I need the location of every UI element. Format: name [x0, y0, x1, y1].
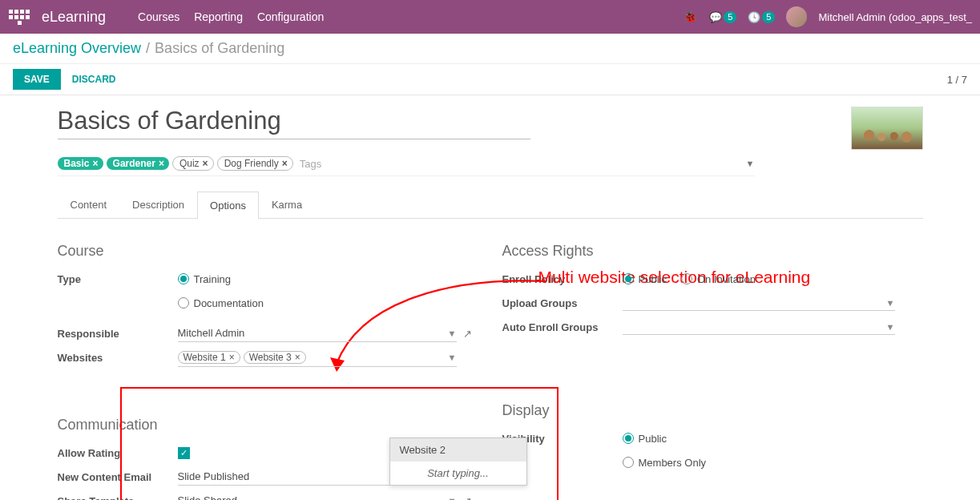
tab-content[interactable]: Content — [58, 191, 120, 218]
tag-label: Dog Friendly — [224, 158, 279, 169]
chevron-down-icon[interactable]: ▼ — [746, 159, 755, 168]
responsible-value: Mitchell Admin — [178, 327, 245, 339]
discard-button[interactable]: DISCARD — [72, 74, 116, 85]
tag-remove-icon[interactable]: × — [159, 158, 164, 169]
tag-remove-icon[interactable]: × — [295, 352, 300, 363]
label-new-content-email: New Content Email — [58, 471, 178, 483]
apps-icon[interactable] — [8, 6, 30, 28]
radio-label: On Invitation — [697, 273, 756, 285]
messages-icon[interactable]: 💬5 — [709, 11, 736, 23]
user-name[interactable]: Mitchell Admin (odoo_apps_test_ — [818, 11, 972, 23]
tag-label: Website 3 — [249, 352, 292, 363]
allow-rating-checkbox[interactable]: ✓ — [178, 447, 190, 459]
tag-dog-friendly: Dog Friendly× — [217, 156, 293, 171]
websites-input[interactable]: Website 1× Website 3× ▼ — [178, 349, 457, 367]
pager[interactable]: 1 / 7 — [947, 74, 967, 86]
page-title[interactable]: Basics of Gardening — [58, 107, 530, 139]
chevron-down-icon[interactable]: ▼ — [448, 353, 457, 362]
radio-documentation[interactable]: Documentation — [178, 297, 264, 309]
dropdown-option-website2[interactable]: Website 2 — [390, 438, 526, 462]
radio-vis-members[interactable]: Members Only — [623, 457, 707, 469]
tag-quiz: Quiz× — [172, 156, 214, 171]
label-auto-enroll-groups: Auto Enroll Groups — [502, 321, 623, 333]
new-content-email-value: Slide Published — [178, 470, 250, 482]
top-navbar: eLearning Courses Reporting Configuratio… — [0, 0, 980, 34]
tabs: Content Description Options Karma — [58, 191, 923, 219]
chevron-down-icon[interactable]: ▼ — [448, 329, 457, 338]
tag-remove-icon[interactable]: × — [203, 158, 208, 169]
radio-label: Public — [639, 433, 667, 445]
dropdown-hint: Start typing... — [390, 462, 526, 485]
nav-right: 🐞 💬5 🕓5 Mitchell Admin (odoo_apps_test_ — [683, 6, 972, 27]
brand[interactable]: eLearning — [42, 9, 106, 26]
nav-link-courses[interactable]: Courses — [138, 10, 179, 23]
tag-remove-icon[interactable]: × — [282, 158, 288, 169]
action-row: SAVE DISCARD 1 / 7 — [0, 64, 980, 95]
tag-label: Website 1 — [183, 352, 226, 363]
share-template-input[interactable]: Slide Shared▼ — [178, 492, 457, 500]
tags-field[interactable]: Basic× Gardener× Quiz× Dog Friendly× Tag… — [58, 156, 755, 176]
website-tag-1: Website 1× — [178, 351, 240, 364]
websites-dropdown: Website 2 Start typing... — [389, 438, 527, 486]
tag-gardener: Gardener× — [107, 157, 169, 170]
breadcrumb: eLearning Overview / Basics of Gardening — [0, 34, 980, 64]
messages-count: 5 — [724, 11, 736, 23]
breadcrumb-current: Basics of Gardening — [155, 40, 284, 57]
breadcrumb-sep: / — [146, 40, 150, 57]
radio-enroll-public[interactable]: Public — [623, 273, 667, 285]
radio-vis-public[interactable]: Public — [623, 433, 667, 445]
tag-label: Basic — [64, 158, 90, 169]
section-access: Access Rights — [502, 243, 923, 260]
nav-link-configuration[interactable]: Configuration — [257, 10, 324, 23]
activities-count: 5 — [762, 11, 775, 23]
bug-icon[interactable]: 🐞 — [683, 10, 698, 24]
tag-label: Quiz — [179, 158, 200, 169]
upload-groups-input[interactable]: ▼ — [623, 296, 895, 311]
activities-icon[interactable]: 🕓5 — [748, 11, 775, 23]
label-share-template: Share Template — [58, 495, 178, 501]
chevron-down-icon[interactable]: ▼ — [448, 496, 457, 501]
nav-link-reporting[interactable]: Reporting — [194, 10, 243, 23]
auto-enroll-groups-input[interactable]: ▼ — [623, 320, 895, 335]
section-display: Display — [502, 402, 923, 419]
external-link-icon[interactable]: ↗ — [463, 495, 472, 501]
tag-basic: Basic× — [58, 157, 103, 170]
tag-label: Gardener — [113, 158, 155, 169]
chevron-down-icon[interactable]: ▼ — [886, 298, 895, 308]
radio-enroll-invitation[interactable]: On Invitation — [681, 273, 756, 285]
tab-description[interactable]: Description — [119, 191, 197, 218]
form-sheet: Basics of Gardening Basic× Gardener× Qui… — [50, 95, 931, 500]
responsible-input[interactable]: Mitchell Admin▼ — [178, 325, 457, 342]
tag-remove-icon[interactable]: × — [93, 158, 99, 169]
external-link-icon[interactable]: ↗ — [463, 328, 472, 340]
tags-placeholder: Tags — [300, 158, 321, 170]
label-responsible: Responsible — [58, 328, 178, 340]
breadcrumb-root[interactable]: eLearning Overview — [13, 40, 141, 57]
radio-label: Members Only — [639, 457, 707, 469]
tag-remove-icon[interactable]: × — [229, 352, 235, 363]
course-thumbnail[interactable] — [851, 107, 923, 150]
tab-karma[interactable]: Karma — [259, 191, 315, 218]
save-button[interactable]: SAVE — [13, 69, 61, 90]
avatar[interactable] — [786, 6, 807, 27]
label-type: Type — [58, 273, 178, 285]
radio-label: Documentation — [194, 297, 264, 309]
label-upload-groups: Upload Groups — [502, 297, 623, 309]
website-tag-3: Website 3× — [244, 351, 306, 364]
label-websites: Websites — [58, 352, 178, 364]
radio-label: Public — [639, 273, 667, 285]
section-communication: Communication — [58, 417, 478, 433]
nav-links: Courses Reporting Configuration — [138, 10, 324, 23]
section-course: Course — [58, 243, 478, 260]
label-allow-rating: Allow Rating — [58, 447, 178, 459]
share-template-value: Slide Shared — [178, 494, 237, 500]
radio-label: Training — [194, 273, 231, 285]
tab-options[interactable]: Options — [197, 192, 259, 219]
radio-training[interactable]: Training — [178, 273, 231, 285]
chevron-down-icon[interactable]: ▼ — [886, 322, 895, 332]
